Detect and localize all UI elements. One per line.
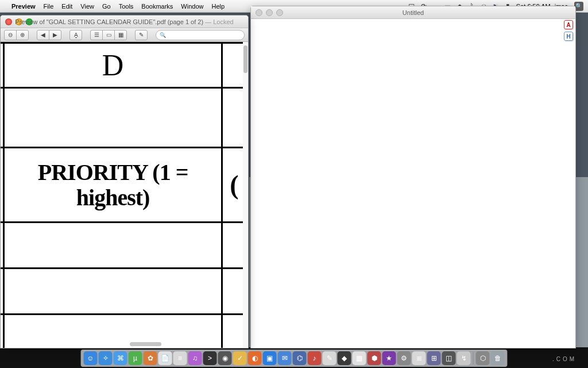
utorrent-icon[interactable]: µ (129, 351, 142, 365)
dropbox-icon[interactable]: ▣ (263, 351, 277, 365)
app1-icon[interactable]: ⌬ (293, 351, 307, 365)
mail-icon[interactable]: ✉ (278, 351, 292, 365)
background-com-text: .COM (552, 356, 577, 362)
preview-window: Preview of "GOAL SETTING CALENDAR GUIDE"… (0, 15, 249, 348)
vertical-scrollbar[interactable] (243, 42, 248, 348)
vertical-scrollbar-thumb[interactable] (243, 45, 247, 73)
text-select-icon: A̱ (74, 32, 78, 38)
pdf-page: D PRIORITY (1 = highest) ( (1, 42, 247, 348)
horizontal-scrollbar-thumb[interactable] (130, 342, 161, 346)
arrow-left-icon: ◀ (41, 32, 45, 38)
edit-menu[interactable]: Edit (61, 3, 72, 10)
notepad-icon[interactable]: ≣ (412, 351, 426, 365)
view-sheet-button[interactable]: ▭ (102, 30, 115, 40)
sheet-icon: ▭ (106, 32, 111, 38)
badge-a[interactable]: A (564, 20, 573, 29)
palette-icon[interactable]: ✿ (144, 351, 157, 365)
aperture-icon[interactable]: ◉ (218, 351, 232, 365)
document-area[interactable]: D PRIORITY (1 = highest) ( (1, 42, 248, 348)
doc-icon[interactable]: 📄 (158, 351, 172, 365)
zoom-out-button[interactable]: ⊖ (4, 30, 17, 40)
cell-d: D (4, 43, 222, 88)
select-text-button[interactable]: A̱ (69, 30, 82, 40)
zoom-out-icon: ⊖ (8, 32, 13, 38)
untitled-minimize-button[interactable] (266, 9, 273, 16)
itunes-icon[interactable]: ♫ (188, 351, 202, 365)
app-menu[interactable]: Preview (11, 3, 36, 10)
finder-icon[interactable]: ☺ (84, 351, 98, 365)
app6-icon[interactable]: ⬡ (476, 351, 490, 365)
thumbs-icon: ☰ (94, 32, 99, 38)
untitled-window: Untitled A H (250, 6, 576, 348)
view-thumbs-button[interactable]: ☰ (90, 30, 103, 40)
calendar-icon[interactable]: ▦ (353, 351, 366, 365)
notes-icon[interactable]: ♪ (308, 351, 322, 365)
annotate-button[interactable]: ✎ (135, 30, 148, 40)
cell-priority: PRIORITY (1 = highest) (4, 148, 222, 223)
pencil-icon: ✎ (139, 32, 144, 38)
safari-icon[interactable]: ✧ (99, 351, 113, 365)
zoom-in-icon: ⊕ (20, 32, 25, 38)
untitled-body[interactable]: A H (251, 19, 575, 348)
app5-icon[interactable]: ⊞ (427, 351, 441, 365)
view-grid-button[interactable]: ▦ (114, 30, 127, 40)
minimize-button[interactable] (16, 18, 22, 25)
todo-icon[interactable]: ✓ (233, 351, 247, 365)
preview-title: Preview of "GOAL SETTING CALENDAR GUIDE"… (1, 18, 248, 25)
pages-icon[interactable]: ✎ (323, 351, 336, 365)
search-field[interactable]: 🔍 (156, 30, 245, 40)
untitled-zoom-button[interactable] (276, 9, 283, 16)
app4-icon[interactable]: ★ (382, 351, 396, 365)
help-menu[interactable]: Help (211, 3, 225, 10)
preview-titlebar[interactable]: Preview of "GOAL SETTING CALENDAR GUIDE"… (1, 16, 248, 28)
search-icon: 🔍 (160, 32, 166, 38)
xcode-icon[interactable]: ⌘ (114, 351, 127, 365)
dock: ☺✧⌘µ✿📄≡♫>◉✓◐▣✉⌬♪✎◆▦⬢★⚙≣⊞◫↯⬡🗑 (81, 350, 508, 367)
terminal-icon[interactable]: > (203, 351, 217, 365)
untitled-titlebar[interactable]: Untitled (251, 6, 575, 19)
untitled-title: Untitled (251, 9, 575, 16)
firefox-icon[interactable]: ◐ (248, 351, 262, 365)
prev-page-button[interactable]: ◀ (37, 30, 49, 40)
app3-icon[interactable]: ⬢ (368, 351, 381, 365)
settings-icon[interactable]: ⚙ (397, 351, 411, 365)
dock-separator (473, 352, 474, 365)
playlist-icon[interactable]: ≡ (173, 351, 187, 365)
trash-icon[interactable]: 🗑 (491, 351, 505, 365)
close-button[interactable] (5, 18, 12, 25)
untitled-close-button[interactable] (256, 9, 262, 16)
window-menu[interactable]: Window (181, 3, 203, 10)
go-menu[interactable]: Go (102, 3, 111, 10)
file-menu[interactable]: File (44, 3, 54, 10)
app2-icon[interactable]: ◆ (338, 351, 351, 365)
zoom-in-button[interactable]: ⊕ (16, 30, 29, 40)
next-page-button[interactable]: ▶ (49, 30, 61, 40)
bookmarks-menu[interactable]: Bookmarks (141, 3, 173, 10)
grid-icon: ▦ (118, 32, 123, 38)
arrow-right-icon: ▶ (53, 32, 57, 38)
preview-toolbar: ⊖ ⊕ ◀ ▶ A̱ ☰ ▭ ▦ ✎ 🔍 (1, 28, 248, 42)
flow-icon[interactable]: ↯ (457, 351, 471, 365)
badge-h[interactable]: H (564, 32, 573, 41)
tools-menu[interactable]: Tools (119, 3, 134, 10)
zoom-button[interactable] (26, 18, 33, 25)
screenshot-icon[interactable]: ◫ (442, 351, 456, 365)
view-menu[interactable]: View (80, 3, 94, 10)
